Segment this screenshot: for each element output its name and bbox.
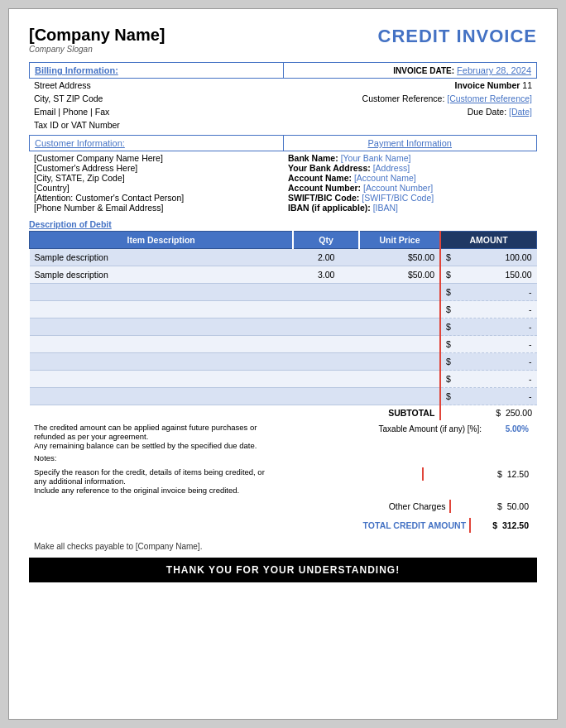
- row-amount: $ -: [440, 301, 536, 318]
- table-row: $ -: [30, 388, 537, 405]
- description-header: Description of Debit: [29, 219, 537, 229]
- row-qty: [293, 284, 359, 301]
- total-cell: TOTAL CREDIT AMOUNT $ 312.50: [309, 515, 537, 535]
- customer-country: [Country]: [34, 183, 278, 193]
- note-line2: refunded as per your agreement.: [34, 432, 304, 441]
- table-row: $ -: [30, 371, 537, 388]
- swift-row: SWIFT/BIC Code: [SWIFT/BIC Code]: [288, 193, 532, 203]
- row-amount: $ 150.00: [440, 266, 536, 284]
- total-label: TOTAL CREDIT AMOUNT: [314, 518, 470, 533]
- tax-label: Taxable Amount (if any) [%]:: [314, 423, 485, 435]
- customer-ref-value: [Customer Reference]: [447, 93, 532, 103]
- amount-value: -: [529, 374, 532, 384]
- table-row: Sample description 2.00 $50.00 $ 100.00: [30, 249, 537, 266]
- note-line1: The credited amount can be applied again…: [34, 423, 304, 432]
- invoice-number-label: Invoice Number: [455, 80, 520, 90]
- amount-value: -: [529, 287, 532, 297]
- tax-id: Tax ID or VAT Number: [29, 118, 283, 132]
- items-table: Item Description Qty Unit Price AMOUNT S…: [29, 231, 537, 405]
- tax-amount-cell: $ 12.50: [309, 465, 537, 497]
- customer-phone-email: [Phone Number & Email Address]: [34, 203, 278, 213]
- amount-symbol: $: [446, 287, 451, 297]
- invoice-date-label: INVOICE DATE:: [393, 66, 454, 75]
- row-desc: [30, 371, 294, 388]
- notes-detail-cell: Specify the reason for the credit, detai…: [29, 465, 309, 497]
- city-zip: City, ST ZIP Code: [29, 92, 283, 105]
- col-price-header: Unit Price: [359, 232, 440, 249]
- row-desc: [30, 301, 294, 318]
- payable-note: Make all checks payable to [Company Name…: [34, 542, 537, 551]
- invoice-title: CREDIT INVOICE: [378, 26, 537, 47]
- row-amount: $ -: [440, 284, 536, 301]
- tax-table: Taxable Amount (if any) [%]: 5.00%: [314, 423, 532, 435]
- amount-symbol: $: [446, 270, 451, 280]
- amount-value: -: [529, 304, 532, 314]
- bank-address-value: [Address]: [373, 163, 410, 173]
- row-qty: [293, 388, 359, 405]
- customer-company: [Customer Company Name Here]: [34, 153, 278, 163]
- row-price: [359, 388, 440, 405]
- amount-symbol: $: [446, 357, 451, 366]
- notes-totals-table: The credited amount can be applied again…: [29, 420, 537, 535]
- row-desc: [30, 318, 294, 336]
- tax-rate: 5.00%: [485, 423, 532, 435]
- billing-info-table: Billing Information: INVOICE DATE: Febru…: [29, 62, 537, 79]
- email-phone-fax: Email | Phone | Fax: [29, 105, 283, 118]
- amount-symbol: $: [446, 322, 451, 332]
- col-amount-header: AMOUNT: [440, 232, 536, 249]
- amount-value: -: [529, 357, 532, 366]
- other-label: Other Charges: [314, 500, 450, 513]
- row-desc: Sample description: [30, 266, 294, 284]
- note-line3: Any remaining balance can be settled by …: [34, 441, 304, 450]
- note-line4: Specify the reason for the credit, detai…: [34, 467, 304, 477]
- company-block: [Company Name] Company Slogan: [29, 26, 165, 54]
- row-qty: 3.00: [293, 266, 359, 284]
- company-slogan: Company Slogan: [29, 45, 165, 54]
- table-row: $ -: [30, 318, 537, 336]
- customer-city: [City, STATE, Zip Code]: [34, 173, 278, 183]
- invoice-page: [Company Name] Company Slogan CREDIT INV…: [8, 8, 558, 720]
- row-qty: [293, 336, 359, 353]
- bank-address-row: Your Bank Address: [Address]: [288, 163, 532, 173]
- customer-header: Customer Information:: [35, 138, 125, 148]
- amount-value: -: [529, 391, 532, 401]
- table-row: $ -: [30, 301, 537, 318]
- row-price: [359, 371, 440, 388]
- subtotal-label: SUBTOTAL: [29, 405, 440, 420]
- swift-label: SWIFT/BIC Code:: [288, 193, 359, 203]
- customer-payment-header-table: Customer Information: Payment Informatio…: [29, 135, 537, 151]
- note-line5: any additional information.: [34, 477, 304, 486]
- payment-header: Payment Information: [368, 138, 453, 148]
- row-amount: $ -: [440, 353, 536, 371]
- subtotal-table: SUBTOTAL $ 250.00: [29, 405, 537, 420]
- amount-symbol: $: [446, 374, 451, 384]
- tax-amount-table: $ 12.50: [314, 467, 532, 481]
- street-address: Street Address: [29, 79, 283, 92]
- swift-value: [SWIFT/BIC Code]: [362, 193, 434, 203]
- bank-name-label: Bank Name:: [288, 153, 338, 163]
- thank-you-bar: THANK YOU FOR YOUR UNDERSTANDING!: [29, 558, 537, 582]
- account-number-row: Account Number: [Account Number]: [288, 183, 532, 193]
- row-qty: [293, 318, 359, 336]
- due-date-value: [Date]: [509, 107, 532, 117]
- row-desc: [30, 353, 294, 371]
- notes-cell: The credited amount can be applied again…: [29, 420, 309, 465]
- company-name: [Company Name]: [29, 26, 165, 45]
- account-name-value: [Account Name]: [354, 173, 416, 183]
- row-price: [359, 301, 440, 318]
- customer-payment-table: [Customer Company Name Here] [Customer's…: [29, 151, 537, 214]
- row-desc: [30, 388, 294, 405]
- bank-name-value: [Your Bank Name]: [341, 153, 411, 163]
- note-line6: Include any reference to the original in…: [34, 486, 304, 495]
- row-price: [359, 353, 440, 371]
- row-desc: [30, 336, 294, 353]
- total-amount: $ 312.50: [470, 518, 532, 533]
- amount-symbol: $: [446, 304, 451, 314]
- account-number-label: Account Number:: [288, 183, 361, 193]
- address-invoice-table: Street Address Invoice Number 11 City, S…: [29, 79, 537, 132]
- account-name-label: Account Name:: [288, 173, 352, 183]
- row-amount: $ 100.00: [440, 249, 536, 266]
- row-price: [359, 336, 440, 353]
- amount-value: -: [529, 339, 532, 349]
- invoice-date-value: February 28, 2024: [457, 65, 531, 75]
